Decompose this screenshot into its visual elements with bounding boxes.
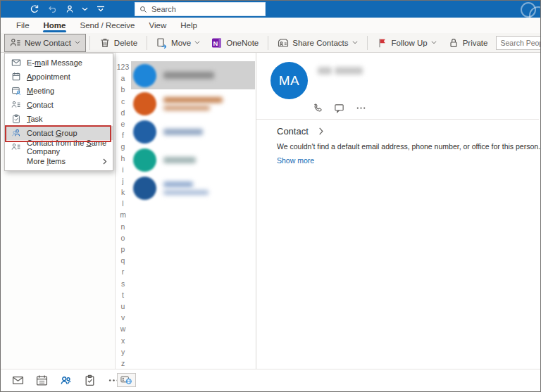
move-label: Move [171, 39, 191, 47]
alphabet-letter[interactable]: f [122, 129, 124, 141]
move-button[interactable]: Move [151, 34, 206, 52]
pane-divider[interactable] [256, 53, 256, 391]
redacted-name [163, 72, 214, 79]
alphabet-letter[interactable]: l [122, 198, 123, 209]
menu-item-more-items[interactable]: More Items [5, 154, 113, 168]
tab-help[interactable]: Help [173, 18, 204, 33]
alphabet-letter[interactable]: g [121, 141, 125, 152]
show-more-link[interactable]: Show more [277, 156, 314, 165]
avatar [133, 120, 156, 144]
svg-text:N: N [213, 39, 218, 46]
onenote-icon: N [211, 37, 223, 49]
search-box[interactable] [135, 2, 266, 16]
undo-icon[interactable] [46, 4, 57, 15]
tab-send-receive[interactable]: Send / Receive [73, 18, 142, 33]
new-contact-label: New Contact [25, 39, 71, 47]
alphabet-letter[interactable]: v [121, 312, 125, 323]
new-contact-icon [10, 37, 21, 49]
redacted-contact-name [335, 67, 363, 75]
alphabet-letter[interactable]: p [121, 244, 125, 255]
calendar-icon[interactable] [36, 374, 48, 386]
alphabet-letter[interactable]: m [120, 209, 126, 220]
redacted-name [163, 97, 223, 103]
alphabet-letter[interactable]: z [121, 358, 125, 369]
quick-access-toolbar-icon[interactable] [95, 4, 106, 15]
separator [367, 36, 368, 50]
chevron-down-icon [194, 41, 200, 44]
alphabet-letter[interactable]: i [122, 164, 123, 175]
private-button[interactable]: Private [442, 34, 494, 52]
quick-contact-icon[interactable] [64, 4, 75, 15]
task-icon [11, 114, 21, 125]
contact-list-item[interactable] [131, 61, 255, 89]
redacted-contact-name [318, 67, 332, 75]
contact-section-title[interactable]: Contact [277, 126, 309, 137]
share-contacts-icon [278, 37, 289, 49]
alphabet-letter[interactable]: c [121, 96, 125, 107]
alphabet-letter[interactable]: e [121, 118, 125, 129]
new-contact-button[interactable]: New Contact [4, 34, 86, 52]
contact-list-item[interactable] [131, 146, 255, 174]
alphabet-letter[interactable]: j [122, 175, 123, 186]
alphabet-letter[interactable]: k [121, 186, 125, 198]
contact-list-item[interactable] [131, 118, 255, 146]
search-icon [139, 6, 147, 13]
contact-avatar: MA [270, 62, 308, 99]
delete-button[interactable]: Delete [94, 34, 143, 52]
alphabet-letter[interactable]: t [122, 289, 124, 301]
alphabet-letter[interactable]: a [121, 72, 125, 84]
chat-icon[interactable] [334, 103, 344, 113]
share-contacts-label: Share Contacts [292, 39, 348, 47]
search-people-input[interactable] [496, 36, 541, 50]
chevron-down-icon[interactable] [82, 4, 88, 15]
alphabet-letter[interactable]: w [120, 323, 126, 334]
alphabet-letter[interactable]: b [121, 84, 125, 95]
alphabet-letter[interactable]: o [121, 232, 125, 244]
menu-item-contact[interactable]: Contact [5, 98, 113, 112]
alphabet-letter[interactable]: s [121, 278, 125, 289]
follow-up-button[interactable]: Follow Up [371, 34, 442, 52]
contact-list-item[interactable] [131, 89, 255, 118]
follow-up-flag-icon [377, 37, 388, 49]
people-icon[interactable] [60, 374, 72, 386]
search-input[interactable] [151, 5, 261, 13]
delete-label: Delete [114, 39, 137, 47]
tab-home[interactable]: Home [37, 18, 73, 33]
tasks-icon[interactable] [84, 374, 96, 386]
meeting-icon [11, 86, 21, 96]
chevron-down-icon [75, 41, 80, 44]
more-actions-icon[interactable] [356, 103, 366, 113]
redacted-name [163, 129, 203, 135]
menu-item-task[interactable]: Task [5, 112, 113, 126]
private-label: Private [463, 39, 488, 47]
share-contacts-button[interactable]: Share Contacts [272, 34, 363, 52]
menu-item-appointment[interactable]: Appointment [5, 70, 113, 84]
alphabet-letter[interactable]: q [121, 255, 125, 266]
alphabet-letter[interactable]: n [121, 221, 125, 232]
title-bar [1, 1, 540, 18]
separator [268, 36, 268, 50]
chevron-right-icon[interactable] [318, 127, 324, 135]
contact-list-item[interactable] [131, 174, 255, 202]
alphabet-letter[interactable]: y [121, 346, 125, 358]
menu-item-contact-group[interactable]: Contact Group [5, 126, 113, 140]
menu-item-contact-from-same-company[interactable]: Contact from the Same Company [5, 140, 113, 154]
alphabet-letter[interactable]: r [122, 266, 125, 277]
alphabet-letter[interactable]: 123 [117, 61, 130, 72]
alphabet-letter[interactable]: u [121, 301, 125, 312]
redacted-detail [163, 190, 209, 195]
sync-icon[interactable] [29, 4, 39, 15]
contact-icon [11, 100, 21, 110]
ribbon: New Contact Delete Move N OneNote Share … [1, 33, 540, 53]
tab-file[interactable]: File [9, 18, 37, 33]
alphabet-letter[interactable]: d [121, 107, 125, 118]
alphabet-letter[interactable]: x [121, 335, 125, 346]
alphabet-letter[interactable]: h [121, 153, 125, 164]
tab-view[interactable]: View [142, 18, 173, 33]
menu-item-meeting[interactable]: Meeting [5, 84, 113, 98]
menu-item-email-message[interactable]: E-mail Message [5, 56, 113, 70]
phone-icon[interactable] [312, 103, 323, 113]
onenote-button[interactable]: N OneNote [206, 34, 264, 52]
mail-icon[interactable] [12, 374, 24, 386]
people-view-button[interactable] [117, 373, 136, 387]
